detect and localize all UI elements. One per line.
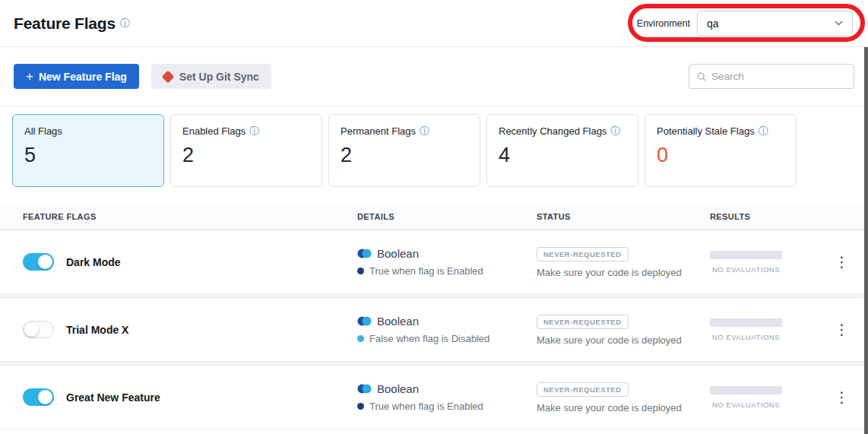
column-header-results: RESULTS xyxy=(710,212,832,221)
stat-card-all-flags[interactable]: All Flags 5 xyxy=(12,114,164,187)
stat-card-label: Potentially Stale Flags xyxy=(657,125,755,137)
status-badge: NEVER-REQUESTED xyxy=(537,315,629,329)
flag-default-rule: True when flag is Enabled xyxy=(369,401,483,412)
search-box[interactable] xyxy=(689,64,854,89)
flag-value-type: Boolean xyxy=(377,247,419,260)
status-note: Make sure your code is deployed xyxy=(537,334,710,346)
row-menu-kebab-icon[interactable]: ⋮ xyxy=(832,389,849,405)
stat-card-enabled-flags[interactable]: Enabled Flagsⓘ 2 xyxy=(170,114,322,187)
environment-value: qa xyxy=(707,17,719,30)
stat-card-count: 5 xyxy=(24,144,152,167)
stat-card-label: All Flags xyxy=(24,125,62,137)
boolean-type-icon xyxy=(357,384,372,394)
info-icon[interactable]: ⓘ xyxy=(610,126,620,136)
search-input[interactable] xyxy=(711,71,846,82)
boolean-type-icon xyxy=(357,316,372,326)
stat-card-count: 2 xyxy=(182,144,310,167)
flag-name-link[interactable]: Dark Mode xyxy=(66,256,121,268)
column-header-feature-flags: FEATURE FLAGS xyxy=(0,212,357,221)
rule-dot-icon xyxy=(357,403,364,410)
results-bar xyxy=(710,386,782,394)
status-badge: NEVER-REQUESTED xyxy=(537,247,629,261)
flag-toggle[interactable] xyxy=(23,321,54,338)
environment-select[interactable]: qa xyxy=(697,11,853,36)
git-sync-label: Set Up Git Sync xyxy=(179,71,259,83)
rule-dot-icon xyxy=(357,335,364,342)
chevron-down-icon xyxy=(835,21,843,26)
title-wrap: Feature Flags ⓘ xyxy=(14,14,130,33)
stat-card-label: Permanent Flags xyxy=(341,125,416,137)
flag-toggle[interactable] xyxy=(23,388,54,406)
table-row[interactable]: Trial Mode X Boolean False when flag is … xyxy=(0,297,868,362)
column-header-details: DETAILS xyxy=(357,212,537,221)
stat-card-count: 4 xyxy=(499,144,626,167)
status-note: Make sure your code is deployed xyxy=(537,267,710,278)
git-icon xyxy=(161,70,174,83)
environment-picker: Environment qa xyxy=(637,11,853,36)
page-title: Feature Flags xyxy=(14,14,116,33)
stat-card-count: 2 xyxy=(341,144,468,167)
stat-card-label: Recently Changed Flags xyxy=(499,125,607,137)
topbar: Feature Flags ⓘ Environment qa xyxy=(0,0,868,47)
info-icon[interactable]: ⓘ xyxy=(120,18,130,28)
status-badge: NEVER-REQUESTED xyxy=(537,382,629,397)
flag-toggle[interactable] xyxy=(23,253,54,271)
search-icon xyxy=(697,71,706,82)
new-feature-flag-label: New Feature Flag xyxy=(39,71,127,83)
results-note: NO EVALUATIONS xyxy=(710,333,782,341)
new-feature-flag-button[interactable]: + New Feature Flag xyxy=(14,64,139,89)
flag-name-link[interactable]: Trial Mode X xyxy=(66,324,128,336)
boolean-type-icon xyxy=(357,249,372,258)
git-sync-button[interactable]: Set Up Git Sync xyxy=(151,64,271,89)
flags-table: FEATURE FLAGS DETAILS STATUS RESULTS Dar… xyxy=(0,204,868,429)
feature-flags-page: Feature Flags ⓘ Environment qa + New Fea… xyxy=(0,0,868,434)
column-header-status: STATUS xyxy=(537,212,710,221)
stat-card-permanent-flags[interactable]: Permanent Flagsⓘ 2 xyxy=(328,114,480,187)
row-menu-kebab-icon[interactable]: ⋮ xyxy=(832,254,849,270)
info-icon[interactable]: ⓘ xyxy=(249,126,259,136)
stat-cards: All Flags 5 Enabled Flagsⓘ 2 Permanent F… xyxy=(0,106,868,187)
toolbar: + New Feature Flag Set Up Git Sync xyxy=(0,47,868,106)
stat-card-label: Enabled Flags xyxy=(182,125,246,137)
info-icon[interactable]: ⓘ xyxy=(759,126,768,136)
plus-icon: + xyxy=(26,70,33,83)
stat-card-recently-changed-flags[interactable]: Recently Changed Flagsⓘ 4 xyxy=(486,114,638,187)
vertical-scrollbar[interactable] xyxy=(864,47,868,434)
results-note: NO EVALUATIONS xyxy=(710,401,782,409)
table-row[interactable]: Great New Feature Boolean True when flag… xyxy=(0,365,868,429)
row-menu-kebab-icon[interactable]: ⋮ xyxy=(832,322,849,337)
flag-value-type: Boolean xyxy=(377,315,419,328)
status-note: Make sure your code is deployed xyxy=(537,402,710,413)
stat-card-count: 0 xyxy=(657,144,784,167)
table-row[interactable]: Dark Mode Boolean True when flag is Enab… xyxy=(0,230,868,294)
results-bar xyxy=(710,318,782,327)
flag-name-link[interactable]: Great New Feature xyxy=(66,391,160,404)
results-bar xyxy=(710,251,782,259)
flag-default-rule: True when flag is Enabled xyxy=(369,265,483,277)
table-header: FEATURE FLAGS DETAILS STATUS RESULTS xyxy=(0,204,868,230)
rule-dot-icon xyxy=(357,268,364,274)
info-icon[interactable]: ⓘ xyxy=(420,126,429,136)
environment-label: Environment xyxy=(637,18,690,29)
flag-value-type: Boolean xyxy=(377,382,419,395)
flag-default-rule: False when flag is Disabled xyxy=(369,333,489,344)
stat-card-potentially-stale-flags[interactable]: Potentially Stale Flagsⓘ 0 xyxy=(645,114,797,187)
results-note: NO EVALUATIONS xyxy=(710,265,782,274)
